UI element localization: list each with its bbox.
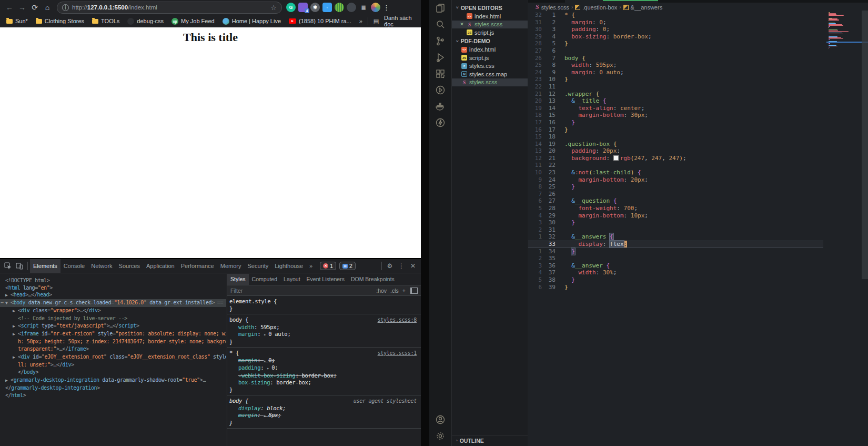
code-line-15[interactable]: 1815 margin-bottom: 30px; [528, 112, 823, 119]
docker-icon[interactable] [429, 98, 451, 114]
browser-menu-icon[interactable]: ⋮ [380, 4, 392, 12]
styles-pane-tab-event-listeners[interactable]: Event Listeners [304, 274, 348, 285]
accounts-icon[interactable] [429, 411, 451, 428]
settings-gear-icon[interactable] [429, 428, 451, 444]
code-line-23[interactable]: 1023 &:not(:last-child) { [528, 169, 823, 176]
code-line-26[interactable]: 726 [528, 191, 823, 198]
devtools-tab-lighthouse[interactable]: Lighthouse [271, 259, 306, 273]
bookmark-item[interactable]: debug-css [127, 18, 164, 25]
devtools-tab-console[interactable]: Console [60, 259, 88, 273]
code-editor[interactable]: 321* {312 margin: 0;303 padding: 0;294 b… [528, 12, 823, 291]
devtools-tab-elements[interactable]: Elements [30, 259, 60, 273]
issues-badge[interactable]: ▤2 [339, 262, 356, 270]
open-editors-header[interactable]: ˅ OPEN EDITORS [452, 3, 528, 12]
styles-pane-tab-layout[interactable]: Layout [280, 274, 304, 285]
dom-tree-row[interactable]: <!-- Code injected by live-server --> [0, 315, 226, 323]
code-line-11[interactable]: 2211 [528, 83, 823, 91]
error-badge[interactable]: ✕1 [320, 262, 336, 270]
file-item-styles.scss[interactable]: Sstyles.scss [452, 78, 528, 87]
thunder-client-icon[interactable] [429, 114, 451, 131]
code-line-19[interactable]: 1419.question-box { [528, 141, 823, 148]
bookmark-star-icon[interactable]: ☆ [270, 4, 277, 12]
dom-tree-row[interactable]: ll: unset;">…</div> [0, 361, 226, 369]
editor-scrollbar[interactable] [862, 11, 868, 279]
forward-icon[interactable]: → [16, 1, 28, 14]
file-item-styles.css[interactable]: #styles.css [452, 62, 528, 71]
css-declaration[interactable]: margin: ▸ 0 auto; [229, 331, 421, 339]
close-editor-icon[interactable]: ✕ [459, 22, 465, 27]
tampermonkey-icon[interactable]: ✱ [310, 3, 320, 12]
code-line-22[interactable]: 1122 [528, 162, 823, 169]
bookmark-item[interactable]: Sun* [6, 18, 28, 24]
stylesheet-link[interactable]: user agent stylesheet [354, 398, 417, 405]
device-toolbar-icon[interactable] [14, 261, 25, 271]
dom-tree-row[interactable]: ▶<div class="wrapper">…</div> [0, 307, 226, 315]
styles-filter-input[interactable]: Filter [230, 288, 243, 294]
file-item-styles.scss[interactable]: ✕Sstyles.scss [452, 21, 528, 29]
green-extension-icon[interactable] [335, 3, 344, 12]
code-line-14[interactable]: 1914 text-align: center; [528, 105, 823, 112]
dom-tree-row[interactable]: ⋯▼<body data-new-gr-c-s-check-loaded="14… [0, 299, 226, 307]
code-line-38[interactable]: 538 } [528, 276, 823, 284]
dom-tree-row[interactable]: </grammarly-desktop-integration> [0, 384, 226, 392]
bookmarks-overflow-icon[interactable]: » [359, 18, 362, 24]
reading-list-label[interactable]: Danh sách đọc [384, 15, 415, 27]
purple-extension-icon[interactable]: 4 [298, 3, 308, 12]
breadcrumb-item[interactable]: styles.scss [541, 4, 569, 11]
dom-tree-row[interactable]: h: 50px; height: 50px; z-index: 21474836… [0, 338, 226, 346]
devtools-settings-icon[interactable]: ⚙ [384, 261, 396, 271]
dom-tree-row[interactable]: </body> [0, 369, 226, 376]
new-style-rule-button[interactable]: + [402, 288, 406, 294]
dom-tree-row[interactable]: <html lang="en"> [0, 284, 226, 292]
code-line-2[interactable]: 312 margin: 0; [528, 19, 823, 26]
code-line-13[interactable]: 2013 &__title { [528, 97, 823, 105]
devtools-tab-memory[interactable]: Memory [217, 259, 245, 273]
code-line-7[interactable]: 267body { [528, 55, 823, 62]
code-line-30[interactable]: 330 } [528, 219, 823, 226]
code-line-27[interactable]: 627 &__question { [528, 197, 823, 205]
code-line-18[interactable]: 1518 [528, 133, 823, 141]
styles-pane-tab-dom-breakpoints[interactable]: DOM Breakpoints [348, 274, 398, 285]
file-item-index.html[interactable]: <>index.html [452, 46, 528, 54]
search-icon[interactable] [429, 16, 451, 33]
folder-header[interactable]: ˅ PDF-DEMO [452, 37, 528, 46]
element-class-toggle[interactable]: .cls [390, 288, 399, 294]
dom-tree-row[interactable]: transparent;">…</iframe> [0, 345, 226, 353]
devtools-tab-sources[interactable]: Sources [116, 259, 143, 273]
code-line-3[interactable]: 303 padding: 0; [528, 26, 823, 33]
code-line-17[interactable]: 1617} [528, 126, 823, 134]
code-line-29[interactable]: 429 margin-bottom: 10px; [528, 212, 823, 220]
computed-sidebar-toggle-icon[interactable] [410, 288, 418, 294]
code-line-31[interactable]: 231 [528, 226, 823, 234]
styles-pane-tab-styles[interactable]: Styles [227, 274, 249, 285]
pseudo-state-toggle[interactable]: :hov [376, 288, 387, 294]
devtools-close-icon[interactable]: ✕ [407, 261, 419, 271]
devtools-tab-security[interactable]: Security [244, 259, 271, 273]
dom-tree-row[interactable]: ▶<div id="eJOY__extension_root" class="e… [0, 353, 226, 361]
css-declaration[interactable]: box-sizing: border-box; [229, 379, 421, 386]
css-declaration[interactable]: width: 595px; [229, 324, 421, 331]
devtools-tab-network[interactable]: Network [88, 259, 115, 273]
style-rule[interactable]: element.style {} [227, 296, 421, 314]
dom-tree-row[interactable]: ▶<grammarly-desktop-integration data-gra… [0, 376, 226, 384]
more-tabs-icon[interactable]: » [306, 259, 316, 273]
code-line-21[interactable]: 1221 background: rgb(247, 247, 247); [528, 155, 823, 162]
run-and-debug-icon[interactable] [429, 49, 451, 65]
code-line-24[interactable]: 924 margin-bottom: 20px; [528, 176, 823, 184]
code-line-32[interactable]: 132 &__answers { [528, 233, 823, 241]
extensions-icon[interactable] [429, 65, 451, 82]
code-line-28[interactable]: 528 font-weight: 700; [528, 205, 823, 212]
profile-avatar[interactable] [371, 3, 380, 12]
file-item-styles.css.map[interactable]: Mstyles.css.map [452, 70, 528, 78]
dom-tree-row[interactable]: ▶<script type="text/javascript">…</scrip… [0, 322, 226, 330]
code-line-12[interactable]: 2112.wrapper { [528, 91, 823, 98]
devtools-menu-icon[interactable]: ⋮ [396, 261, 407, 271]
back-icon[interactable]: ← [3, 1, 16, 14]
source-control-icon[interactable] [429, 33, 451, 49]
outline-section[interactable]: › OUTLINE [452, 435, 528, 445]
breadcrumb-item[interactable]: &__answers [631, 4, 663, 11]
code-line-5[interactable]: 285} [528, 40, 823, 47]
minimap[interactable] [826, 0, 861, 446]
code-line-25[interactable]: 825 } [528, 183, 823, 191]
devtools-tab-performance[interactable]: Performance [178, 259, 217, 273]
